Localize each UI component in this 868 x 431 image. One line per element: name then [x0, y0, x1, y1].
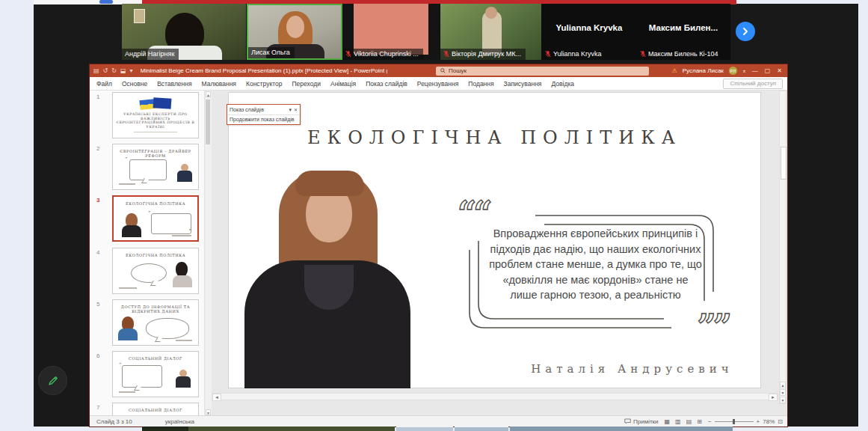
- participant-tile[interactable]: Андрій Нагірняк: [122, 4, 247, 60]
- slide-thumbnail-7[interactable]: СОЦІАЛЬНИЙ ДІАЛОГ: [112, 403, 199, 416]
- scroll-right-arrow[interactable]: ►: [769, 394, 778, 401]
- window-title: Minimalist Beige Cream Brand Proposal Pr…: [141, 67, 387, 74]
- participant-name: Вікторія Дмитрук МК...: [452, 50, 521, 58]
- ribbon-display-options-icon[interactable]: ⌅: [742, 68, 747, 74]
- reading-view-icon[interactable]: ▤: [686, 418, 692, 425]
- vertical-scrollbar[interactable]: ▲ ▼ ▼: [779, 91, 787, 404]
- tab-insert[interactable]: Вставлення: [157, 80, 191, 88]
- scroll-down-arrow[interactable]: ▼: [206, 409, 211, 415]
- search-icon: [440, 68, 446, 73]
- participant-tile-active-speaker[interactable]: Лисак Ольга: [247, 4, 342, 60]
- participant-name-label: Вікторія Дмитрук МК...: [440, 49, 526, 60]
- participant-tile[interactable]: Максим Билен... Максим Билень Кі-104: [637, 4, 730, 60]
- caption-line: [119, 183, 135, 185]
- slide-number: 6: [96, 352, 99, 359]
- muted-mic-icon: [545, 50, 551, 58]
- slide-thumbnail-3-selected[interactable]: ЕКОЛОГІЧНА ПОЛІТИКА “ ”: [112, 195, 199, 242]
- zoom-out-icon[interactable]: −: [708, 418, 712, 425]
- undo-icon[interactable]: ↺: [103, 67, 108, 74]
- scrollbar-thumb[interactable]: [206, 100, 210, 144]
- zoom-in-icon[interactable]: +: [757, 418, 760, 425]
- quote-box: [151, 213, 191, 234]
- thumbnail-panel-scrollbar[interactable]: ▲ ▼: [204, 91, 212, 416]
- tab-draw[interactable]: Малювання: [202, 80, 236, 88]
- current-slide[interactable]: ЕКОЛОГІЧНА ПОЛІТИКА: [228, 92, 761, 388]
- tab-review[interactable]: Рецензування: [417, 80, 458, 88]
- tab-design[interactable]: Конструктор: [246, 80, 282, 88]
- resume-slideshow-link[interactable]: Продовжити показ слайдів: [227, 115, 300, 124]
- restore-button[interactable]: ▢: [765, 67, 771, 74]
- participant-name-label: Лисак Ольга: [248, 47, 295, 58]
- scroll-left-arrow[interactable]: ◄: [212, 394, 221, 401]
- zoom-slider-thumb[interactable]: [733, 419, 735, 424]
- tab-help[interactable]: Довідка: [551, 80, 574, 88]
- annotate-button[interactable]: [38, 366, 67, 395]
- participant-silhouette: [286, 16, 304, 38]
- quote-bubble: [129, 159, 167, 180]
- scroll-down-arrow[interactable]: ▼: [780, 397, 786, 403]
- speech-bubble: [146, 318, 189, 339]
- tab-slideshow[interactable]: Показ слайдів: [366, 80, 407, 88]
- share-button[interactable]: Спільний доступ: [723, 79, 783, 89]
- fit-to-window-icon[interactable]: ⊡: [778, 418, 783, 425]
- slide-thumbnail-1[interactable]: УКРАЇНСЬКІ ЕКСПЕРТИ ПРО ВАЖЛИВІСТЬ ЄВРОІ…: [112, 92, 199, 138]
- next-slide-button[interactable]: ▼: [780, 389, 786, 396]
- redo-icon[interactable]: ↻: [111, 67, 117, 74]
- scroll-up-arrow[interactable]: ▲: [206, 91, 211, 97]
- slide-sorter-view-icon[interactable]: ▥: [675, 418, 681, 425]
- slide-number-selected: 3: [96, 197, 99, 204]
- close-button[interactable]: ✕: [777, 67, 782, 74]
- zoom-slider-track[interactable]: [715, 421, 754, 422]
- customize-qat-icon[interactable]: ▾: [130, 67, 133, 74]
- account-name[interactable]: Руслана Лисак: [683, 67, 724, 74]
- slideshow-view-icon[interactable]: ⊞: [697, 418, 702, 425]
- slide-number: 2: [96, 145, 99, 152]
- zoom-percentage[interactable]: 78%: [763, 418, 775, 425]
- horizontal-scrollbar[interactable]: ◄ ►: [212, 393, 778, 400]
- tab-file[interactable]: Файл: [96, 80, 112, 88]
- next-participants-button[interactable]: [736, 22, 755, 41]
- quote-marks: ”: [188, 228, 191, 234]
- scrollbar-thumb[interactable]: [781, 147, 787, 180]
- previous-slide-button[interactable]: ▲: [780, 382, 786, 388]
- participant-name: Yulianna Kryvka: [553, 50, 602, 58]
- search-box[interactable]: Пошук: [436, 67, 649, 76]
- ribbon-tabs: Файл Основне Вставлення Малювання Констр…: [90, 80, 574, 88]
- slide-thumbnail-2[interactable]: ЄВРОІНТЕГРАЦІЯ – ДРАЙВЕР РЕФОРМ “: [112, 144, 199, 190]
- popup-dropdown-icon[interactable]: ▾: [289, 107, 292, 113]
- taskbar-fragment: [99, 0, 113, 4]
- notes-toggle[interactable]: Примітки: [624, 418, 659, 425]
- quote-marks: “: [125, 156, 128, 162]
- slide-thumbnail-4[interactable]: ЕКОЛОГІЧНА ПОЛІТИКА: [112, 248, 199, 294]
- participant-tile[interactable]: Вікторія Дмитрук МК...: [440, 4, 542, 60]
- slide-thumbnail-6[interactable]: СОЦІАЛЬНИЙ ДІАЛОГ “: [112, 351, 199, 397]
- participant-tile[interactable]: Viktoriia Chuprinski ...: [342, 4, 440, 60]
- participant-name: Андрій Нагірняк: [125, 50, 174, 58]
- muted-mic-icon: [640, 50, 646, 58]
- tab-recording[interactable]: Записування: [504, 80, 542, 88]
- popup-close-icon[interactable]: ✕: [294, 107, 298, 112]
- thumbnail-row: 2 ЄВРОІНТЕГРАЦІЯ – ДРАЙВЕР РЕФОРМ “: [90, 144, 212, 190]
- tab-home[interactable]: Основне: [122, 80, 147, 88]
- participant-display-name: Максим Билен...: [637, 23, 730, 32]
- start-slideshow-icon[interactable]: ⬓: [120, 67, 126, 74]
- participant-tile[interactable]: Yulianna Kryvka Yulianna Kryvka: [542, 4, 637, 60]
- quote-block: ““ Впровадження європейських принципів і…: [447, 204, 750, 338]
- save-icon[interactable]: ▤: [93, 67, 99, 74]
- tab-animations[interactable]: Анімація: [330, 80, 356, 88]
- thumbnail-title: СОЦІАЛЬНИЙ ДІАЛОГ: [113, 356, 198, 361]
- tab-transitions[interactable]: Переходи: [292, 80, 321, 88]
- slide-thumbnail-5[interactable]: ДОСТУП ДО ІНФОРМАЦІЇ ТА ВІДКРИТИХ ДАНИХ: [112, 299, 199, 346]
- open-quote-icon: ““: [458, 195, 490, 233]
- statusbar-right-cluster: Примітки ▦ ▥ ▤ ⊞ − + 78% ⊡: [624, 418, 783, 425]
- quick-access-toolbar[interactable]: ▤ ↺ ↻ ⬓ ▾: [90, 67, 138, 74]
- tab-view[interactable]: Подання: [468, 80, 493, 88]
- account-avatar[interactable]: РЛ: [729, 67, 737, 75]
- speech-bubble: [131, 263, 167, 283]
- bottom-video-row-fragment: [455, 427, 508, 431]
- caption-line: [119, 391, 135, 393]
- language-indicator[interactable]: українська: [165, 418, 194, 425]
- minimize-button[interactable]: —: [752, 67, 758, 74]
- slide-editing-area: ЕКОЛОГІЧНА ПОЛІТИКА: [212, 91, 787, 416]
- normal-view-icon[interactable]: ▦: [665, 418, 671, 425]
